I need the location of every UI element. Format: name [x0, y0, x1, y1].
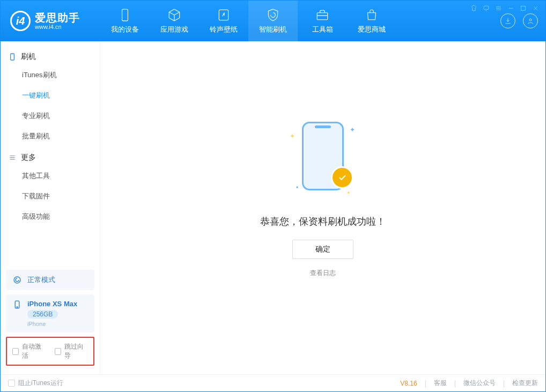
sidebar-group-title[interactable]: 更多	[5, 150, 95, 166]
account-button[interactable]	[523, 13, 538, 28]
nav-ringtones[interactable]: 铃声壁纸	[199, 1, 248, 41]
logo-icon: i4	[10, 11, 31, 31]
svg-point-9	[17, 307, 18, 308]
status-bar: 阻止iTunes运行 V8.16 | 客服 | 微信公众号 | 检查更新	[1, 374, 545, 391]
device-name: iPhone XS Max	[27, 300, 77, 308]
nav-apps[interactable]: 应用游戏	[150, 1, 199, 41]
sidebar-item-batch-flash[interactable]: 批量刷机	[5, 126, 95, 146]
checkbox-block-itunes[interactable]: 阻止iTunes运行	[8, 379, 63, 388]
sidebar-group-flash: 刷机 iTunes刷机 一键刷机 专业刷机 批量刷机	[5, 49, 95, 146]
phone-icon	[8, 53, 17, 61]
main-nav: 我的设备 应用游戏 铃声壁纸 智能刷机 工具箱 爱思商城	[100, 1, 396, 41]
checkbox-auto-activate[interactable]: 自动激活	[12, 342, 46, 360]
nav-flash[interactable]: 智能刷机	[248, 1, 298, 41]
downloads-button[interactable]	[500, 13, 515, 28]
svg-point-3	[529, 19, 532, 21]
music-icon	[216, 8, 231, 23]
window-controls	[470, 5, 539, 12]
app-subtitle: www.i4.cn	[35, 24, 80, 30]
sparkle-icon: •	[348, 189, 350, 197]
nav-my-device[interactable]: 我的设备	[100, 1, 150, 41]
skin-button[interactable]	[470, 5, 477, 12]
sidebar-group-title[interactable]: 刷机	[5, 49, 95, 65]
svg-rect-0	[122, 9, 128, 21]
footer-right: V8.16 | 客服 | 微信公众号 | 检查更新	[400, 379, 538, 388]
app-title: 爱思助手	[35, 12, 80, 24]
version-label: V8.16	[400, 380, 417, 387]
view-log-link[interactable]: 查看日志	[310, 269, 336, 278]
menu-button[interactable]	[495, 5, 502, 12]
footer-link-wechat[interactable]: 微信公众号	[463, 379, 496, 388]
sidebar-item-other-tools[interactable]: 其他工具	[5, 166, 95, 186]
footer-link-support[interactable]: 客服	[434, 379, 447, 388]
device-capacity: 256GB	[27, 310, 58, 319]
maximize-button[interactable]	[520, 5, 527, 12]
logo-text: 爱思助手 www.i4.cn	[35, 12, 80, 30]
list-icon	[8, 153, 17, 162]
flash-options-row: 自动激活 跳过向导	[6, 337, 94, 366]
app-header: i4 爱思助手 www.i4.cn 我的设备 应用游戏 铃声壁纸 智能刷机 工具…	[1, 1, 545, 41]
sidebar-bottom-panel: 正常模式 iPhone XS Max 256GB iPhone 自动激活 跳过向…	[5, 265, 95, 370]
mode-icon	[12, 275, 22, 285]
svg-rect-5	[521, 6, 526, 11]
svg-point-7	[14, 277, 20, 283]
shield-refresh-icon	[265, 8, 281, 23]
sparkle-icon: ✦	[350, 126, 355, 134]
sidebar-item-download-firmware[interactable]: 下载固件	[5, 186, 95, 206]
sidebar-group-more: 更多 其他工具 下载固件 高级功能	[5, 150, 95, 227]
check-badge-icon	[333, 168, 352, 187]
sidebar: 刷机 iTunes刷机 一键刷机 专业刷机 批量刷机 更多 其他工具 下载固件 …	[1, 41, 100, 374]
device-icon	[117, 8, 132, 23]
sidebar-item-pro-flash[interactable]: 专业刷机	[5, 106, 95, 126]
svg-rect-4	[484, 6, 489, 10]
ok-button[interactable]: 确定	[292, 240, 353, 259]
toolbox-icon	[315, 8, 330, 23]
sparkle-icon: ✦	[290, 132, 295, 140]
sidebar-item-advanced[interactable]: 高级功能	[5, 206, 95, 227]
checkbox-skip-guide[interactable]: 跳过向导	[55, 342, 88, 360]
nav-store[interactable]: 爱思商城	[347, 1, 396, 41]
device-mode-box[interactable]: 正常模式	[6, 270, 94, 290]
device-type: iPhone	[27, 321, 77, 327]
sidebar-item-onekey-flash[interactable]: 一键刷机	[5, 85, 95, 106]
device-info-box[interactable]: iPhone XS Max 256GB iPhone	[6, 294, 94, 332]
success-illustration: ✦ ✦ • •	[280, 116, 366, 202]
svg-rect-1	[219, 10, 228, 20]
minimize-button[interactable]	[507, 5, 514, 12]
bag-icon	[364, 8, 379, 23]
sidebar-item-itunes-flash[interactable]: iTunes刷机	[5, 65, 95, 85]
logo-block: i4 爱思助手 www.i4.cn	[1, 1, 100, 41]
footer-link-update[interactable]: 检查更新	[512, 379, 538, 388]
success-message: 恭喜您，保资料刷机成功啦！	[260, 215, 386, 228]
device-mode-label: 正常模式	[27, 275, 55, 285]
device-icon	[12, 300, 22, 309]
app-body: 刷机 iTunes刷机 一键刷机 专业刷机 批量刷机 更多 其他工具 下载固件 …	[1, 41, 545, 374]
sparkle-icon: •	[296, 184, 298, 191]
svg-rect-6	[11, 54, 14, 60]
main-pane: ✦ ✦ • • 恭喜您，保资料刷机成功啦！ 确定 查看日志	[100, 41, 545, 374]
cube-icon	[167, 8, 182, 23]
nav-toolbox[interactable]: 工具箱	[298, 1, 347, 41]
close-button[interactable]	[532, 5, 539, 12]
feedback-button[interactable]	[483, 5, 490, 12]
svg-rect-2	[317, 13, 328, 20]
